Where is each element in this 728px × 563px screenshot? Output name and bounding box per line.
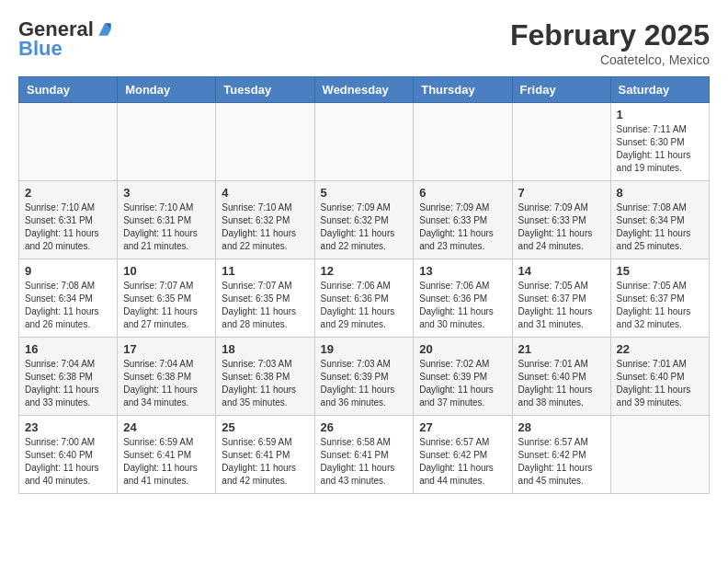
day-info: Sunrise: 6:57 AM Sunset: 6:42 PM Dayligh… — [419, 436, 506, 488]
day-number: 3 — [123, 186, 210, 200]
day-number: 8 — [617, 186, 703, 200]
day-info: Sunrise: 7:10 AM Sunset: 6:31 PM Dayligh… — [25, 201, 111, 253]
calendar-header-friday: Friday — [512, 77, 610, 103]
calendar-cell: 7Sunrise: 7:09 AM Sunset: 6:33 PM Daylig… — [512, 181, 610, 259]
calendar-week-row: 9Sunrise: 7:08 AM Sunset: 6:34 PM Daylig… — [19, 259, 710, 338]
day-info: Sunrise: 6:59 AM Sunset: 6:41 PM Dayligh… — [222, 436, 308, 488]
calendar-cell — [314, 103, 414, 181]
calendar-cell: 17Sunrise: 7:04 AM Sunset: 6:38 PM Dayli… — [118, 338, 216, 416]
calendar-week-row: 1Sunrise: 7:11 AM Sunset: 6:30 PM Daylig… — [19, 103, 710, 181]
calendar-table: SundayMondayTuesdayWednesdayThursdayFrid… — [18, 76, 710, 494]
day-number: 18 — [222, 342, 308, 356]
calendar-week-row: 2Sunrise: 7:10 AM Sunset: 6:31 PM Daylig… — [19, 181, 710, 259]
day-number: 2 — [25, 186, 111, 200]
calendar-header-wednesday: Wednesday — [314, 77, 414, 103]
day-info: Sunrise: 7:06 AM Sunset: 6:36 PM Dayligh… — [419, 280, 506, 331]
day-info: Sunrise: 7:03 AM Sunset: 6:38 PM Dayligh… — [222, 358, 308, 409]
title-area: February 2025 Coatetelco, Mexico — [510, 18, 710, 67]
day-number: 10 — [123, 264, 210, 278]
day-number: 12 — [321, 264, 408, 278]
page-header: General Blue February 2025 Coatetelco, M… — [18, 18, 710, 67]
day-info: Sunrise: 6:59 AM Sunset: 6:41 PM Dayligh… — [123, 436, 210, 488]
calendar-week-row: 16Sunrise: 7:04 AM Sunset: 6:38 PM Dayli… — [19, 338, 710, 416]
day-number: 13 — [419, 264, 506, 278]
day-info: Sunrise: 7:08 AM Sunset: 6:34 PM Dayligh… — [617, 201, 703, 253]
calendar-cell: 5Sunrise: 7:09 AM Sunset: 6:32 PM Daylig… — [314, 181, 414, 259]
day-info: Sunrise: 7:07 AM Sunset: 6:35 PM Dayligh… — [123, 280, 210, 331]
calendar-cell: 10Sunrise: 7:07 AM Sunset: 6:35 PM Dayli… — [118, 259, 216, 338]
day-info: Sunrise: 7:01 AM Sunset: 6:40 PM Dayligh… — [518, 358, 605, 409]
day-info: Sunrise: 7:00 AM Sunset: 6:40 PM Dayligh… — [25, 436, 111, 488]
day-number: 16 — [25, 342, 111, 356]
day-info: Sunrise: 7:07 AM Sunset: 6:35 PM Dayligh… — [222, 280, 308, 331]
calendar-header-sunday: Sunday — [19, 77, 118, 103]
day-number: 25 — [222, 420, 308, 434]
calendar-cell: 11Sunrise: 7:07 AM Sunset: 6:35 PM Dayli… — [216, 259, 314, 338]
calendar-cell: 16Sunrise: 7:04 AM Sunset: 6:38 PM Dayli… — [19, 338, 118, 416]
day-number: 15 — [617, 264, 703, 278]
day-info: Sunrise: 7:06 AM Sunset: 6:36 PM Dayligh… — [321, 280, 408, 331]
day-number: 28 — [518, 420, 605, 434]
day-number: 1 — [617, 108, 703, 121]
day-info: Sunrise: 6:58 AM Sunset: 6:41 PM Dayligh… — [321, 436, 408, 488]
calendar-cell: 6Sunrise: 7:09 AM Sunset: 6:33 PM Daylig… — [414, 181, 512, 259]
calendar-cell: 4Sunrise: 7:10 AM Sunset: 6:32 PM Daylig… — [216, 181, 314, 259]
calendar-cell — [414, 103, 512, 181]
day-info: Sunrise: 7:02 AM Sunset: 6:39 PM Dayligh… — [419, 358, 506, 409]
day-number: 5 — [321, 186, 408, 200]
day-info: Sunrise: 7:09 AM Sunset: 6:32 PM Dayligh… — [321, 201, 408, 253]
calendar-cell: 22Sunrise: 7:01 AM Sunset: 6:40 PM Dayli… — [610, 338, 709, 416]
location: Coatetelco, Mexico — [510, 52, 710, 67]
day-number: 19 — [321, 342, 408, 356]
calendar-cell: 2Sunrise: 7:10 AM Sunset: 6:31 PM Daylig… — [19, 181, 118, 259]
day-number: 9 — [25, 264, 111, 278]
calendar-header-thursday: Thursday — [414, 77, 512, 103]
day-number: 27 — [419, 420, 506, 434]
day-number: 14 — [518, 264, 605, 278]
calendar-cell: 19Sunrise: 7:03 AM Sunset: 6:39 PM Dayli… — [314, 338, 414, 416]
calendar-cell: 1Sunrise: 7:11 AM Sunset: 6:30 PM Daylig… — [610, 103, 709, 181]
calendar-cell: 9Sunrise: 7:08 AM Sunset: 6:34 PM Daylig… — [19, 259, 118, 338]
day-info: Sunrise: 7:10 AM Sunset: 6:31 PM Dayligh… — [123, 201, 210, 253]
calendar-cell — [512, 103, 610, 181]
day-info: Sunrise: 7:09 AM Sunset: 6:33 PM Dayligh… — [518, 201, 605, 253]
calendar-cell: 25Sunrise: 6:59 AM Sunset: 6:41 PM Dayli… — [216, 416, 314, 494]
calendar-cell: 12Sunrise: 7:06 AM Sunset: 6:36 PM Dayli… — [314, 259, 414, 338]
day-info: Sunrise: 7:01 AM Sunset: 6:40 PM Dayligh… — [617, 358, 703, 409]
day-number: 6 — [419, 186, 506, 200]
day-number: 11 — [222, 264, 308, 278]
calendar-cell: 28Sunrise: 6:57 AM Sunset: 6:42 PM Dayli… — [512, 416, 610, 494]
month-title: February 2025 — [510, 18, 710, 52]
day-number: 20 — [419, 342, 506, 356]
day-info: Sunrise: 6:57 AM Sunset: 6:42 PM Dayligh… — [518, 436, 605, 488]
calendar-cell — [118, 103, 216, 181]
calendar-cell: 8Sunrise: 7:08 AM Sunset: 6:34 PM Daylig… — [610, 181, 709, 259]
day-info: Sunrise: 7:11 AM Sunset: 6:30 PM Dayligh… — [617, 123, 703, 175]
calendar-cell: 27Sunrise: 6:57 AM Sunset: 6:42 PM Dayli… — [414, 416, 512, 494]
calendar-cell: 3Sunrise: 7:10 AM Sunset: 6:31 PM Daylig… — [118, 181, 216, 259]
day-info: Sunrise: 7:08 AM Sunset: 6:34 PM Dayligh… — [25, 280, 111, 331]
day-info: Sunrise: 7:05 AM Sunset: 6:37 PM Dayligh… — [617, 280, 703, 331]
calendar-cell: 18Sunrise: 7:03 AM Sunset: 6:38 PM Dayli… — [216, 338, 314, 416]
calendar-header-tuesday: Tuesday — [216, 77, 314, 103]
calendar-header-row: SundayMondayTuesdayWednesdayThursdayFrid… — [19, 77, 710, 103]
day-info: Sunrise: 7:09 AM Sunset: 6:33 PM Dayligh… — [419, 201, 506, 253]
day-number: 22 — [617, 342, 703, 356]
day-number: 26 — [321, 420, 408, 434]
calendar-cell: 14Sunrise: 7:05 AM Sunset: 6:37 PM Dayli… — [512, 259, 610, 338]
calendar-cell — [216, 103, 314, 181]
logo: General Blue — [18, 18, 114, 61]
calendar-cell: 13Sunrise: 7:06 AM Sunset: 6:36 PM Dayli… — [414, 259, 512, 338]
day-number: 21 — [518, 342, 605, 356]
calendar-cell — [610, 416, 709, 494]
calendar-cell: 23Sunrise: 7:00 AM Sunset: 6:40 PM Dayli… — [19, 416, 118, 494]
day-number: 23 — [25, 420, 111, 434]
calendar-cell: 26Sunrise: 6:58 AM Sunset: 6:41 PM Dayli… — [314, 416, 414, 494]
calendar-header-saturday: Saturday — [610, 77, 709, 103]
day-number: 17 — [123, 342, 210, 356]
logo-icon — [96, 20, 114, 39]
day-info: Sunrise: 7:04 AM Sunset: 6:38 PM Dayligh… — [25, 358, 111, 409]
day-info: Sunrise: 7:10 AM Sunset: 6:32 PM Dayligh… — [222, 201, 308, 253]
calendar-header-monday: Monday — [118, 77, 216, 103]
day-info: Sunrise: 7:04 AM Sunset: 6:38 PM Dayligh… — [123, 358, 210, 409]
